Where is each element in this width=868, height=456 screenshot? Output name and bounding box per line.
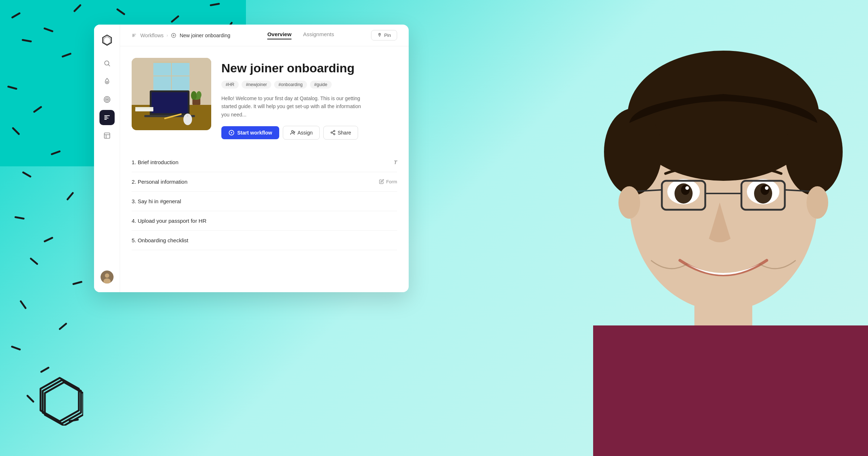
- step-5-label: 5. Onboarding checklist: [132, 237, 188, 243]
- sidebar: [94, 25, 120, 292]
- step-item-5[interactable]: 5. Onboarding checklist: [132, 231, 397, 250]
- tag-hr[interactable]: #HR: [221, 81, 239, 89]
- pin-button-label: Pin: [384, 33, 391, 38]
- step-2-type-label: Form: [386, 179, 397, 184]
- breadcrumb-current-label: New joiner onboarding: [180, 33, 230, 38]
- app-window: Workflows › New joiner onboarding Overvi…: [94, 25, 409, 292]
- svg-point-29: [105, 98, 109, 101]
- step-2-label: 2. Personal information: [132, 179, 187, 185]
- svg-point-25: [105, 61, 109, 65]
- svg-rect-53: [135, 107, 153, 108]
- svg-point-8: [604, 108, 662, 195]
- step-item-3[interactable]: 3. Say hi in #general: [132, 192, 397, 211]
- tab-assignments[interactable]: Assignments: [303, 31, 334, 39]
- svg-rect-4: [593, 325, 868, 456]
- user-avatar[interactable]: [101, 270, 114, 284]
- svg-point-13: [685, 186, 689, 190]
- content-body: New joiner onboarding #HR #newjoiner #on…: [120, 46, 409, 292]
- share-button[interactable]: Share: [323, 126, 358, 140]
- svg-point-51: [196, 91, 201, 98]
- svg-point-33: [105, 273, 109, 278]
- assign-button[interactable]: Assign: [283, 126, 319, 140]
- sidebar-item-reports[interactable]: [99, 128, 115, 143]
- svg-rect-52: [135, 108, 153, 111]
- assign-icon: [290, 130, 295, 135]
- main-content: Workflows › New joiner onboarding Overvi…: [120, 25, 409, 292]
- tag-newjoiner[interactable]: #newjoiner: [242, 81, 271, 89]
- sidebar-item-launch[interactable]: [99, 74, 115, 89]
- svg-point-30: [106, 99, 107, 100]
- svg-point-17: [765, 186, 769, 190]
- play-icon: [229, 130, 234, 136]
- share-icon: [330, 130, 336, 135]
- svg-point-23: [618, 186, 640, 219]
- page-header: Workflows › New joiner onboarding Overvi…: [120, 25, 409, 46]
- person-illustration: [542, 0, 868, 456]
- brand-hexagon: [36, 375, 83, 427]
- sidebar-item-search[interactable]: [99, 56, 115, 71]
- sidebar-item-goals[interactable]: [99, 92, 115, 107]
- breadcrumb-current-icon: [171, 33, 177, 38]
- breadcrumb-workflows-icon: [132, 33, 137, 38]
- header-actions: Pin: [371, 30, 397, 41]
- step-4-label: 4. Upload your passport for HR: [132, 218, 207, 224]
- start-workflow-label: Start workflow: [237, 130, 272, 136]
- hero-image: [132, 58, 211, 130]
- svg-line-65: [332, 133, 333, 134]
- step-1-type: T: [394, 159, 397, 165]
- workflow-title: New joiner onboarding: [221, 61, 397, 76]
- sidebar-logo[interactable]: [100, 33, 114, 47]
- assign-label: Assign: [297, 130, 312, 136]
- svg-point-50: [191, 91, 197, 100]
- form-icon: [379, 179, 384, 184]
- svg-rect-42: [153, 61, 190, 90]
- svg-point-59: [292, 131, 293, 132]
- breadcrumb: Workflows › New joiner onboarding: [132, 33, 230, 38]
- pin-button[interactable]: Pin: [371, 30, 397, 41]
- share-label: Share: [338, 130, 351, 136]
- sidebar-item-workflows[interactable]: [99, 110, 115, 125]
- step-item-1[interactable]: 1. Brief introduction T: [132, 153, 397, 172]
- steps-list: 1. Brief introduction T 2. Personal info…: [132, 153, 397, 250]
- svg-rect-31: [104, 133, 110, 138]
- nav-tabs: Overview Assignments: [267, 31, 334, 39]
- step-item-2[interactable]: 2. Personal information Form: [132, 172, 397, 192]
- sidebar-bottom: [101, 270, 114, 284]
- hero-section: New joiner onboarding #HR #newjoiner #on…: [132, 58, 397, 140]
- start-workflow-button[interactable]: Start workflow: [221, 126, 279, 139]
- text-icon: T: [394, 159, 397, 165]
- description-text: Hello! Welcome to your first day at Qata…: [221, 94, 366, 119]
- step-item-4[interactable]: 4. Upload your passport for HR: [132, 211, 397, 231]
- tags-row: #HR #newjoiner #onboarding #guide: [221, 81, 397, 89]
- svg-point-36: [379, 34, 380, 35]
- action-buttons: Start workflow Assign: [221, 126, 397, 140]
- svg-line-26: [108, 65, 110, 66]
- breadcrumb-separator: ›: [166, 33, 168, 38]
- svg-marker-58: [231, 132, 233, 133]
- svg-point-16: [761, 185, 769, 195]
- svg-rect-46: [152, 92, 188, 113]
- step-3-label: 3. Say hi in #general: [132, 198, 181, 204]
- tag-onboarding[interactable]: #onboarding: [274, 81, 307, 89]
- svg-point-28: [104, 97, 110, 103]
- svg-point-24: [807, 186, 828, 219]
- step-1-label: 1. Brief introduction: [132, 159, 178, 165]
- tab-overview[interactable]: Overview: [267, 31, 292, 39]
- svg-point-12: [681, 185, 690, 195]
- breadcrumb-workflows-label[interactable]: Workflows: [140, 33, 163, 38]
- step-2-type: Form: [379, 179, 397, 184]
- tag-guide[interactable]: #guide: [310, 81, 332, 89]
- svg-point-9: [785, 108, 843, 195]
- svg-point-27: [106, 81, 107, 82]
- pin-icon: [377, 33, 382, 38]
- svg-line-66: [332, 132, 333, 132]
- hero-info: New joiner onboarding #HR #newjoiner #on…: [221, 58, 397, 140]
